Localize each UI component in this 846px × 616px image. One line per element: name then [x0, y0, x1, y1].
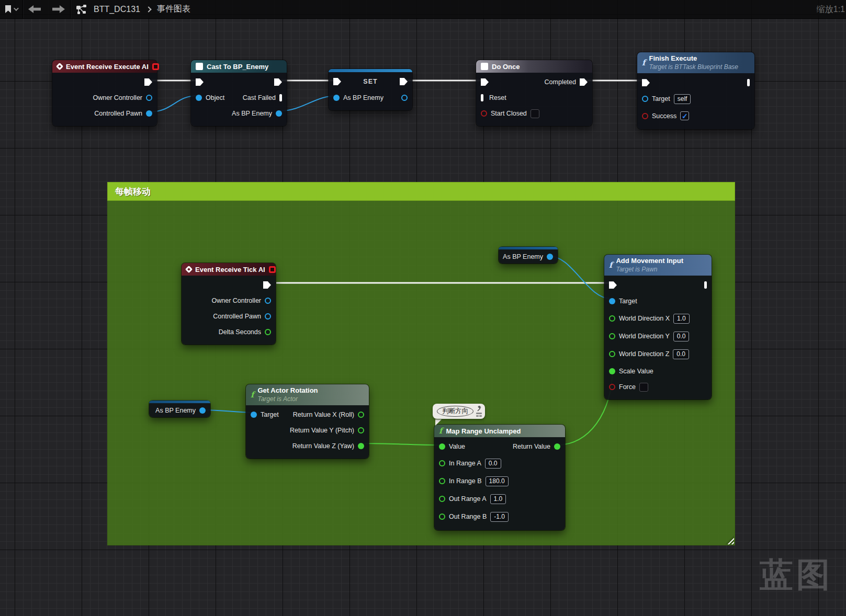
breadcrumb: BTT_DC131 事件图表 — [94, 4, 190, 15]
node-set-as-bp-enemy[interactable]: SET As BP Enemy — [329, 69, 412, 110]
bubble-options-icon[interactable] — [476, 413, 482, 417]
reset-exec-pin[interactable] — [481, 94, 483, 101]
breadcrumb-page[interactable]: 事件图表 — [157, 4, 190, 15]
cast-failed-exec-pin[interactable] — [279, 94, 282, 101]
pin-label: Delta Seconds — [219, 328, 261, 336]
exec-in-pin[interactable] — [196, 78, 204, 86]
variable-out-pin[interactable] — [547, 254, 553, 260]
node-var-as-bp-enemy-bottom[interactable]: As BP Enemy — [149, 401, 210, 417]
pushpin-icon[interactable] — [476, 406, 482, 412]
node-add-movement-input[interactable]: f Add Movement Input Target is Pawn Targ… — [604, 255, 712, 400]
force-checkbox[interactable] — [639, 383, 648, 392]
event-diamond-icon — [185, 266, 193, 273]
in-range-b-pin[interactable] — [439, 478, 445, 484]
start-closed-checkbox[interactable] — [531, 109, 539, 118]
exec-out-pin[interactable] — [263, 281, 271, 289]
target-pin[interactable] — [642, 96, 648, 102]
owner-controller-pin[interactable] — [146, 95, 152, 101]
node-header[interactable]: Event Receive Execute AI — [52, 60, 157, 73]
world-direction-x-pin[interactable] — [609, 315, 615, 322]
success-pin[interactable] — [642, 113, 648, 119]
controlled-pawn-pin[interactable] — [265, 313, 271, 320]
pin-label: Controlled Pawn — [94, 110, 142, 117]
node-get-actor-rotation[interactable]: f Get Actor Rotation Target is Actor Tar… — [246, 384, 369, 459]
force-pin[interactable] — [609, 384, 615, 390]
out-range-a-pin[interactable] — [439, 496, 445, 502]
world-direction-y-value[interactable]: 0.0 — [673, 332, 690, 341]
pin-label: Reset — [489, 94, 506, 101]
comment-header[interactable]: 每帧移动 — [107, 182, 735, 201]
breadcrumb-separator-icon — [145, 6, 151, 12]
node-title: Finish Execute — [649, 54, 697, 62]
pin-label: World Direction Z — [619, 350, 669, 358]
node-title: Event Receive Tick AI — [195, 266, 265, 273]
node-header[interactable]: Event Receive Tick AI — [182, 263, 276, 276]
exec-out-pin[interactable] — [274, 78, 282, 86]
bubble-text: 判断方向 — [437, 406, 473, 417]
exec-in-pin[interactable] — [609, 281, 617, 289]
scale-value-pin[interactable] — [609, 368, 615, 374]
out-range-a-value[interactable]: 1.0 — [490, 494, 506, 504]
world-direction-z-pin[interactable] — [609, 351, 615, 357]
variable-out-pin[interactable] — [199, 407, 206, 414]
success-checkbox[interactable]: ✓ — [680, 111, 689, 120]
return-y-pin[interactable] — [358, 427, 364, 434]
return-z-pin[interactable] — [358, 443, 364, 449]
node-header[interactable]: f Get Actor Rotation Target is Actor — [246, 384, 369, 405]
owner-controller-pin[interactable] — [265, 298, 271, 304]
as-bp-enemy-out-pin[interactable] — [401, 95, 408, 101]
controlled-pawn-pin[interactable] — [146, 110, 152, 117]
in-range-b-value[interactable]: 180.0 — [486, 476, 509, 486]
node-title: Add Movement Input — [616, 257, 683, 265]
as-bp-enemy-out-pin[interactable] — [276, 110, 282, 117]
pin-label: Scale Value — [619, 368, 653, 375]
node-header[interactable]: f Finish Execute Target is BTTask Bluepr… — [637, 52, 754, 73]
node-header[interactable]: Do Once — [476, 60, 592, 73]
out-range-b-value[interactable]: -1.0 — [490, 512, 509, 522]
breadcrumb-root[interactable]: BTT_DC131 — [94, 5, 140, 14]
pin-label: Success — [652, 112, 676, 120]
bookmark-button[interactable] — [5, 5, 17, 13]
world-direction-y-pin[interactable] — [609, 333, 615, 339]
node-cast-to-bp-enemy[interactable]: Cast To BP_Enemy Object Cast Failed As B… — [191, 60, 287, 126]
exec-in-pin[interactable] — [642, 79, 650, 86]
target-value-box[interactable]: self — [674, 94, 691, 104]
world-direction-x-value[interactable]: 1.0 — [673, 314, 690, 324]
node-header[interactable]: f Add Movement Input Target is Pawn — [604, 255, 712, 276]
exec-in-pin[interactable] — [481, 78, 489, 86]
in-range-a-pin[interactable] — [439, 460, 445, 466]
node-comment-bubble[interactable]: 判断方向 — [433, 404, 485, 419]
out-range-b-pin[interactable] — [439, 514, 445, 520]
function-icon: f — [251, 391, 254, 399]
function-icon: f — [642, 59, 645, 67]
return-x-pin[interactable] — [358, 412, 364, 418]
return-value-pin[interactable] — [554, 443, 560, 450]
target-pin[interactable] — [251, 412, 257, 418]
node-var-as-bp-enemy-top[interactable]: As BP Enemy — [499, 247, 558, 264]
node-event-receive-tick-ai[interactable]: Event Receive Tick AI Owner Controller C… — [182, 263, 276, 345]
back-button[interactable] — [28, 5, 41, 13]
start-closed-pin[interactable] — [481, 110, 487, 117]
world-direction-z-value[interactable]: 0.0 — [673, 349, 689, 359]
value-pin[interactable] — [439, 443, 445, 450]
pin-label: Target — [619, 298, 637, 305]
exec-out-pin[interactable] — [704, 281, 707, 289]
node-map-range-unclamped[interactable]: f Map Range Unclamped Value Return Value… — [434, 425, 565, 530]
pin-label: Owner Controller — [93, 94, 142, 101]
exec-out-pin[interactable] — [747, 79, 750, 86]
pin-label: Return Value Z (Yaw) — [292, 442, 354, 450]
as-bp-enemy-in-pin[interactable] — [333, 95, 340, 101]
object-pin[interactable] — [196, 95, 202, 101]
target-pin[interactable] — [609, 298, 615, 304]
node-finish-execute[interactable]: f Finish Execute Target is BTTask Bluepr… — [637, 52, 754, 129]
node-header[interactable]: Cast To BP_Enemy — [191, 60, 287, 73]
in-range-a-value[interactable]: 0.0 — [485, 459, 501, 469]
exec-out-pin[interactable] — [144, 78, 152, 86]
node-event-receive-execute-ai[interactable]: Event Receive Execute AI Owner Controlle… — [52, 60, 157, 126]
completed-exec-pin[interactable] — [580, 78, 588, 86]
forward-button[interactable] — [52, 5, 65, 13]
delta-seconds-pin[interactable] — [265, 329, 271, 335]
node-do-once[interactable]: Do Once Completed Reset Start Closed — [476, 60, 592, 126]
node-header[interactable]: f Map Range Unclamped — [434, 425, 565, 437]
pin-label: Return Value Y (Pitch) — [290, 427, 354, 434]
